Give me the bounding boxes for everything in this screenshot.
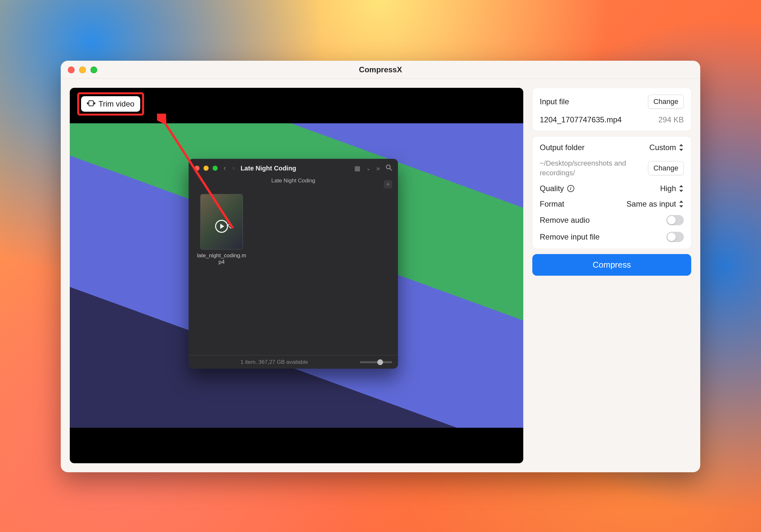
zoom-window-button[interactable] — [90, 67, 97, 73]
svg-point-2 — [386, 165, 390, 169]
finder-minimize-button[interactable] — [204, 166, 209, 171]
file-thumbnail: ↖ — [201, 194, 243, 249]
input-file-name: 1204_1707747635.mp4 — [540, 115, 654, 124]
finder-back-button[interactable]: ‹ — [223, 164, 226, 172]
output-folder-path: ~/Desktop/screenshots and recordings/ — [540, 158, 643, 178]
titlebar: CompressX — [61, 61, 700, 79]
remove-input-toggle[interactable] — [666, 232, 684, 242]
annotation-highlight-box: Trim video — [77, 92, 144, 116]
format-select[interactable]: Same as input — [627, 199, 684, 209]
finder-close-button[interactable] — [195, 166, 200, 171]
finder-zoom-button[interactable] — [212, 166, 218, 171]
grid-view-icon[interactable]: ▦ — [354, 164, 361, 172]
finder-title: Late Night Coding — [241, 165, 296, 172]
options-card: Output folder Custom ~/Desktop/screensho… — [532, 136, 691, 249]
remove-audio-toggle[interactable] — [666, 215, 684, 225]
input-file-size: 294 KB — [658, 115, 684, 124]
remove-audio-label: Remove audio — [540, 216, 662, 225]
finder-forward-button[interactable]: › — [232, 164, 235, 172]
more-icon[interactable]: » — [376, 165, 380, 172]
preview-finder-window: ‹ › Late Night Coding ▦ ⌄ » Late Night C… — [189, 159, 398, 369]
finder-zoom-slider[interactable] — [360, 361, 392, 363]
updown-icon — [678, 185, 684, 192]
input-file-label: Input file — [540, 97, 643, 106]
finder-status-text: 1 item, 367,27 GB available — [195, 359, 354, 365]
file-name-label: late_night_coding.mp4 — [196, 252, 247, 265]
search-icon[interactable] — [386, 164, 392, 172]
quality-select[interactable]: High — [660, 184, 684, 193]
change-output-button[interactable]: Change — [648, 161, 684, 175]
output-folder-select[interactable]: Custom — [649, 143, 684, 152]
svg-rect-0 — [89, 101, 93, 106]
quality-value: High — [660, 184, 676, 193]
trim-icon — [87, 99, 95, 108]
svg-line-3 — [390, 169, 392, 171]
change-input-button[interactable]: Change — [648, 95, 684, 109]
window-controls — [68, 61, 97, 79]
remove-input-label: Remove input file — [540, 233, 662, 241]
format-label: Format — [540, 199, 622, 209]
quality-label: Quality — [540, 184, 564, 193]
cursor-icon: ↖ — [226, 222, 232, 231]
input-file-card: Input file Change 1204_1707747635.mp4 29… — [532, 88, 691, 131]
format-value: Same as input — [627, 199, 676, 209]
finder-nav: ‹ › — [223, 164, 235, 172]
trim-video-label: Trim video — [98, 99, 134, 108]
settings-panel: Input file Change 1204_1707747635.mp4 29… — [532, 88, 691, 463]
updown-icon — [678, 200, 684, 208]
updown-icon — [678, 144, 684, 151]
video-preview-pane: Trim video — [70, 88, 523, 463]
file-item[interactable]: ↖ late_night_coding.mp4 — [196, 194, 247, 265]
output-folder-label: Output folder — [540, 143, 645, 152]
finder-statusbar: 1 item, 367,27 GB available — [189, 355, 398, 369]
close-window-button[interactable] — [68, 67, 75, 73]
view-options-icon[interactable]: ⌄ — [366, 165, 371, 171]
finder-subtitle: Late Night Coding — [189, 178, 398, 187]
window-title: CompressX — [359, 65, 402, 74]
quality-info-icon[interactable]: i — [567, 185, 574, 192]
finder-window-controls — [195, 166, 218, 171]
finder-body: ↖ late_night_coding.mp4 — [189, 187, 398, 355]
output-folder-value: Custom — [649, 143, 676, 152]
app-window: CompressX Trim video — [61, 61, 700, 472]
compress-button[interactable]: Compress — [532, 254, 691, 276]
minimize-window-button[interactable] — [79, 67, 86, 73]
window-body: Trim video — [61, 79, 700, 472]
finder-toolbar: ‹ › Late Night Coding ▦ ⌄ » — [189, 159, 398, 178]
trim-video-button[interactable]: Trim video — [81, 96, 140, 112]
